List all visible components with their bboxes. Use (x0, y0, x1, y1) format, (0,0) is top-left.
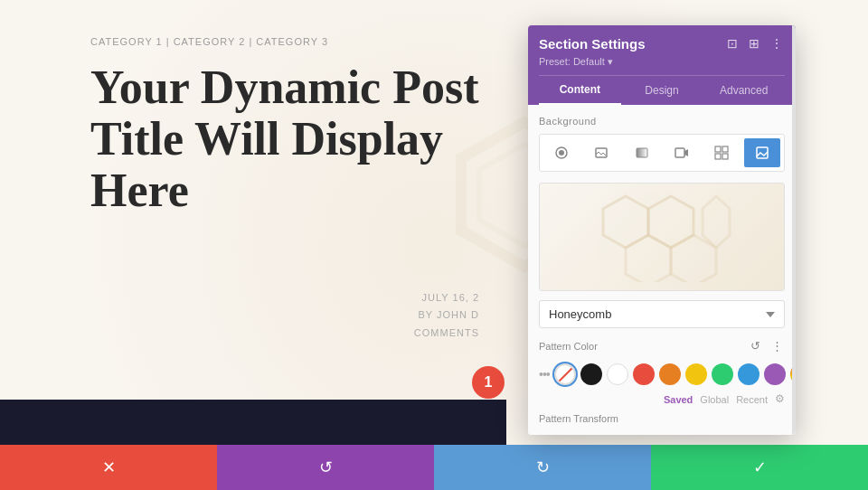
footer-bar (0, 400, 506, 445)
svg-rect-5 (637, 148, 647, 157)
pattern-bg-btn[interactable] (703, 138, 740, 167)
pattern-preview (539, 183, 785, 291)
color-swatch-transparent[interactable] (554, 363, 576, 385)
preset-tab-recent[interactable]: Recent (736, 394, 768, 405)
video-bg-btn[interactable] (664, 138, 700, 167)
more-color-btn[interactable]: ⋮ (769, 337, 785, 354)
mask-bg-btn[interactable] (744, 138, 780, 167)
panel-header-top: Section Settings ⊡ ⊞ ⋮ (539, 34, 785, 52)
preset-tab-saved[interactable]: Saved (664, 394, 693, 405)
svg-rect-8 (722, 146, 728, 152)
preset-tab-global[interactable]: Global (700, 394, 729, 405)
action-bar: ✕ ↺ ↻ ✓ (0, 445, 868, 490)
image-bg-btn[interactable] (583, 138, 619, 167)
svg-rect-10 (722, 154, 728, 159)
color-swatch-red[interactable] (633, 363, 655, 385)
panel-header: Section Settings ⊡ ⊞ ⋮ Preset: Default ▾… (528, 25, 796, 105)
panel-tabs: Content Design Advanced (539, 75, 785, 105)
preview-honeycomb-svg (590, 192, 734, 282)
pattern-transform-label: Pattern Transform (539, 413, 785, 424)
step-badge: 1 (472, 366, 505, 399)
panel-scrollbar[interactable] (792, 25, 796, 435)
tab-advanced[interactable]: Advanced (703, 76, 785, 105)
svg-marker-14 (703, 196, 730, 248)
undo-button[interactable]: ↺ (217, 445, 434, 490)
color-swatch-white[interactable] (607, 363, 628, 385)
columns-icon-btn[interactable]: ⊞ (747, 34, 761, 52)
portal-icon-btn[interactable]: ⊡ (725, 34, 740, 52)
color-bg-btn[interactable] (543, 138, 580, 167)
tab-content[interactable]: Content (539, 76, 621, 105)
redo-button[interactable]: ↻ (434, 445, 651, 490)
color-presets-row: Saved Global Recent ⚙ (539, 392, 785, 406)
panel-preset[interactable]: Preset: Default ▾ (539, 56, 785, 68)
section-settings-panel: Section Settings ⊡ ⊞ ⋮ Preset: Default ▾… (528, 25, 796, 435)
pattern-color-row: Pattern Color ↺ ⋮ (539, 337, 785, 354)
color-swatch-orange[interactable] (659, 363, 681, 385)
panel-body: Background (528, 105, 796, 435)
tab-design[interactable]: Design (621, 76, 703, 105)
background-label: Background (539, 116, 785, 127)
svg-point-3 (559, 150, 564, 155)
more-icon-btn[interactable]: ⋮ (769, 34, 785, 52)
color-swatch-green[interactable] (712, 363, 733, 385)
save-button[interactable]: ✓ (651, 445, 868, 490)
color-swatches-row: ••• (539, 363, 785, 385)
category-line: CATEGORY 1 | CATEGORY 2 | CATEGORY 3 (90, 36, 479, 47)
color-swatch-black[interactable] (580, 363, 602, 385)
color-swatch-yellow[interactable] (685, 363, 707, 385)
post-meta: JULY 16, 2 BY JOHN D COMMENTS (90, 289, 479, 343)
more-swatches[interactable]: ••• (539, 367, 550, 382)
svg-rect-7 (715, 146, 721, 152)
panel-header-icons: ⊡ ⊞ ⋮ (725, 34, 785, 52)
cancel-button[interactable]: ✕ (0, 445, 217, 490)
color-swatch-blue[interactable] (738, 363, 760, 385)
bg-icons-row (539, 134, 785, 172)
page-content: CATEGORY 1 | CATEGORY 2 | CATEGORY 3 You… (90, 36, 479, 343)
svg-marker-15 (626, 235, 671, 282)
post-comments: COMMENTS (90, 325, 479, 343)
reset-color-btn[interactable]: ↺ (749, 337, 762, 354)
pattern-color-label: Pattern Color (539, 341, 741, 352)
post-date: JULY 16, 2 (90, 289, 479, 307)
gradient-bg-btn[interactable] (624, 138, 660, 167)
post-title: Your Dynamic Post Title Will Display Her… (90, 61, 479, 217)
pattern-select[interactable]: Honeycomb (539, 300, 785, 328)
post-author: BY JOHN D (90, 306, 479, 325)
panel-title: Section Settings (539, 36, 646, 52)
svg-rect-9 (715, 154, 721, 159)
preset-gear-icon[interactable]: ⚙ (775, 392, 785, 406)
color-swatch-purple[interactable] (764, 363, 786, 385)
pattern-dropdown-row: Honeycomb (539, 300, 785, 328)
svg-rect-6 (675, 148, 684, 157)
